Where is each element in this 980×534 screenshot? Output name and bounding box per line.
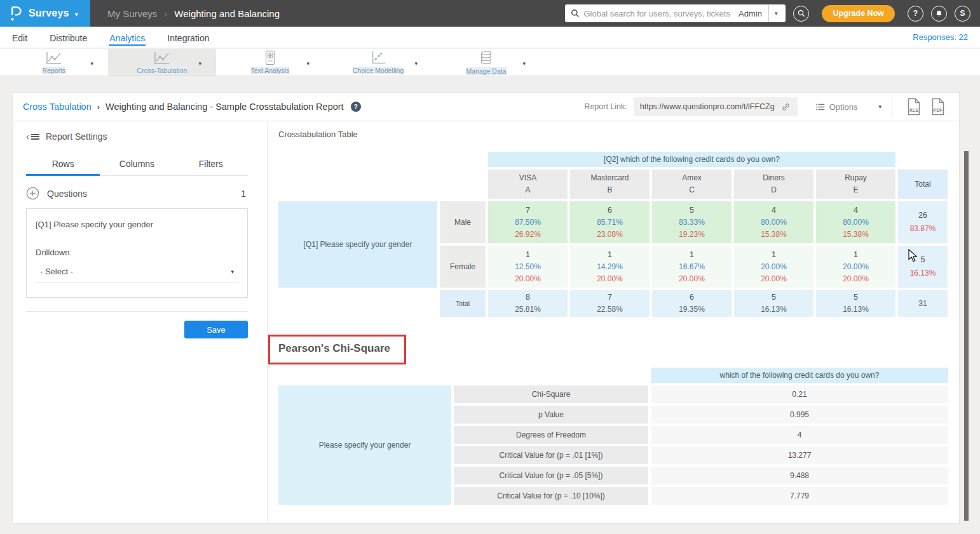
divider [26,311,248,312]
toolbar-item-manage-data[interactable]: Manage Data▾ [432,49,540,76]
chi-square-table: which of the following credit cards do y… [276,365,951,507]
question-text: [Q1] Please specify your gender [36,220,238,229]
questionpro-logo-icon [10,5,23,22]
toolbar-item-label: Cross-Tabulation [137,67,187,74]
nav-tab-edit[interactable]: Edit [11,29,28,46]
chi-stat-label: Chi-Square [454,385,648,403]
divider [892,97,892,117]
chi-row-question: Please specify your gender [278,385,451,505]
brand-logo[interactable]: Surveys ▾ [0,0,90,27]
link-icon [780,102,791,112]
toolbar-item-reports[interactable]: Reports▾ [0,49,108,76]
analytics-toolbar: Reports▾Cross-Tabulation▾Text Analysis▾C… [0,49,980,76]
caret-down-icon[interactable]: ▾ [878,103,881,110]
report-link-label: Report Link: [584,102,627,111]
survey-nav: EditDistributeAnalyticsIntegration Respo… [0,27,980,48]
settings-tab-rows[interactable]: Rows [26,152,100,176]
nav-tab-distribute[interactable]: Distribute [49,29,88,46]
caret-down-icon[interactable]: ▾ [75,11,78,18]
report-link-url[interactable]: https://www.questionpro.com/t/lFFCZg [640,102,775,111]
pearson-section-title: Pearson's Chi-Square [278,342,390,355]
settings-tab-filters[interactable]: Filters [174,152,248,175]
search-icon [571,9,580,18]
save-button[interactable]: Save [184,321,248,338]
search-button[interactable] [793,6,809,22]
chi-column-header: which of the following credit cards do y… [651,368,948,383]
report-breadcrumb: Cross Tabulation › Weighting and Balanci… [23,102,361,112]
upgrade-now-button[interactable]: Upgrade Now [822,5,895,22]
spacer-cell [278,152,486,167]
caret-down-icon[interactable]: ▾ [198,60,201,67]
account-avatar[interactable]: S [955,6,970,22]
caret-down-icon[interactable]: ▾ [306,60,310,67]
crosstab-data-cell: 116.67%20.00% [652,246,732,288]
global-search-input[interactable] [580,9,736,18]
line-chart-icon [153,51,170,65]
crosstab-total-row-label: Total [440,290,486,317]
chi-stat-label: Degrees of Freedom [454,426,648,444]
collapse-panel-icon[interactable]: ‹ [26,133,39,141]
breadcrumb-survey-name: Weighting and Balancing [174,8,280,19]
responses-count[interactable]: Responses: 22 [913,32,980,42]
chevron-right-icon: › [164,8,167,19]
help-button[interactable]: ? [908,6,923,22]
chi-stat-value: 0.21 [651,385,948,403]
line-chart-icon [45,51,62,65]
caret-down-icon[interactable]: ▾ [90,60,93,67]
nav-tab-integration[interactable]: Integration [167,29,210,46]
export-xls-button[interactable]: XLS [906,98,922,116]
toolbar-item-text-analysis[interactable]: Text Analysis▾ [216,49,324,76]
report-actions: Report Link: https://www.questionpro.com… [584,97,950,117]
toolbar-item-choice-modelling[interactable]: Choice Modelling▾ [324,49,432,76]
crosstab-total-cell: 722.58% [570,290,650,317]
crosstab-total-cell: 516.13% [816,290,895,317]
spacer-cell [278,368,648,383]
pdf-label: PDF [934,107,943,113]
crosstab-row-total: 2683.87% [898,201,948,243]
global-search-box[interactable]: Admin ▾ [565,4,786,22]
options-button[interactable]: Options ▾ [815,102,881,112]
caret-down-icon[interactable]: ▾ [522,60,526,67]
report-link-box[interactable]: https://www.questionpro.com/t/lFFCZg [634,97,798,116]
export-pdf-button[interactable]: PDF [930,98,946,116]
crosstab-data-cell: 480.00%15.38% [816,201,895,243]
crosstab-column-header-rupay: RupayE [816,170,895,199]
notifications-button[interactable] [931,6,947,22]
help-icon[interactable]: ? [351,102,361,112]
topbar: Surveys ▾ My Surveys › Weighting and Bal… [0,0,980,27]
nav-tab-analytics[interactable]: Analytics [109,29,146,46]
report-settings-title: Report Settings [46,131,107,142]
spacer-cell [898,152,948,167]
vertical-scrollbar[interactable] [964,151,969,521]
chi-stat-value: 9.488 [651,467,948,484]
scatter-chart-icon [371,50,386,65]
list-icon [815,103,825,111]
breadcrumb-my-surveys[interactable]: My Surveys [107,8,157,19]
screen: Surveys ▾ My Surveys › Weighting and Bal… [0,0,980,534]
crosstab-section-title: Crosstabulation Table [278,130,954,139]
questions-count: 1 [241,189,248,199]
product-name: Surveys [29,8,69,19]
crosstab-total-cell: 825.81% [488,290,568,317]
chi-stat-value: 7.779 [651,487,948,505]
settings-tab-columns[interactable]: Columns [100,152,174,175]
cross-tabulation-link[interactable]: Cross Tabulation [23,102,92,112]
search-scope-label[interactable]: Admin [736,9,768,18]
caret-down-icon[interactable]: ▾ [414,60,418,67]
crosstab-data-cell: 120.00%20.00% [734,246,813,288]
settings-tabs: RowsColumnsFilters [26,152,248,176]
crosstab-table: [Q2] which of the following credit cards… [276,149,950,319]
crosstab-grand-total: 31 [898,290,948,317]
breadcrumb: My Surveys › Weighting and Balancing [107,8,280,19]
drilldown-label: Drilldown [36,248,238,257]
drilldown-select[interactable]: - Select - ▾ [36,267,238,283]
caret-down-icon[interactable]: ▾ [769,10,784,17]
drilldown-selected-value: - Select - [40,267,73,276]
spacer-cell [278,170,486,199]
toolbar-item-cross-tabulation[interactable]: Cross-Tabulation▾ [108,49,216,76]
survey-nav-tabs: EditDistributeAnalyticsIntegration [11,27,210,48]
crosstab-data-cell: 583.33%19.23% [652,201,732,243]
report-settings-panel: ‹ Report Settings RowsColumnsFilters Que… [13,121,268,523]
database-icon [479,50,493,66]
add-question-icon[interactable] [26,187,39,200]
